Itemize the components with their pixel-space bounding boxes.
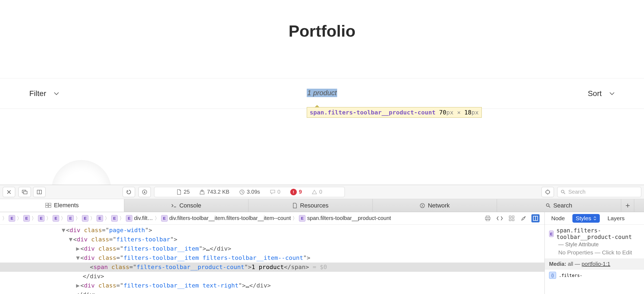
dock-side-button[interactable] <box>33 187 46 197</box>
devtools-search-input[interactable]: Search <box>557 187 641 197</box>
devtools-tabs: Elements Console Resources Network Searc… <box>0 199 644 212</box>
element-badge[interactable]: E <box>53 215 59 222</box>
disclosure-triangle-icon[interactable]: ▶ <box>75 244 80 253</box>
download-icon <box>142 190 147 194</box>
dom-node[interactable]: ▶<div class="filters-toolbar__item text-… <box>0 281 544 290</box>
document-icon <box>292 203 297 208</box>
dom-node[interactable]: </div> <box>0 290 544 294</box>
brush-button[interactable] <box>519 214 528 222</box>
element-badge[interactable]: E <box>38 215 44 222</box>
svg-point-7 <box>561 190 564 193</box>
disclosure-triangle-icon[interactable]: ▼ <box>75 253 80 263</box>
style-attribute-label: — Style Attribute <box>558 241 640 248</box>
element-badge[interactable]: E <box>161 215 168 222</box>
dock-button[interactable] <box>18 187 31 197</box>
element-badge[interactable]: E <box>111 215 118 222</box>
dom-node-selected[interactable]: <span class="filters-toolbar__product-co… <box>0 263 544 272</box>
status-size: 743.2 KB <box>199 189 229 195</box>
filter-bar: Filter 1 product span.filters-toolbar__p… <box>0 78 644 109</box>
svg-rect-17 <box>486 219 489 221</box>
css-rule[interactable]: {} .filters- <box>545 270 644 281</box>
tab-elements[interactable]: Elements <box>0 199 124 212</box>
dom-node[interactable]: </div> <box>0 272 544 281</box>
status-time: 3.09s <box>239 189 260 195</box>
svg-rect-20 <box>509 219 511 221</box>
print-button[interactable] <box>484 214 492 222</box>
close-button[interactable] <box>3 187 15 197</box>
svg-rect-18 <box>509 216 511 218</box>
tab-overflow[interactable] <box>634 199 644 212</box>
svg-point-6 <box>546 190 550 194</box>
dock-side-icon <box>37 190 42 194</box>
svg-rect-21 <box>512 219 514 221</box>
download-button[interactable] <box>138 187 151 197</box>
status-errors[interactable]: ! 9 <box>290 189 302 195</box>
element-badge[interactable]: E <box>299 215 305 222</box>
devtools-toolbar: 25 743.2 KB 3.09s 0 ! 9 0 <box>0 185 644 199</box>
crosshair-icon <box>545 189 550 195</box>
sort-button[interactable]: Sort <box>588 89 615 98</box>
status-docs: 25 <box>177 189 190 195</box>
dom-breadcrumb: 〉 E 〉 E 〉 E 〉 E 〉 E 〉 E 〉 E 〉 E 〉 E div.… <box>0 212 544 225</box>
status-warnings: 0 <box>312 189 322 195</box>
tab-console[interactable]: Console <box>124 199 248 212</box>
tab-search[interactable]: Search <box>497 199 621 212</box>
x-icon <box>7 190 11 194</box>
reload-button[interactable] <box>123 187 135 197</box>
tooltip-selector: span.filters-toolbar__product-count <box>310 109 436 116</box>
css-badge-icon: {} <box>549 272 556 279</box>
code-button[interactable] <box>496 214 504 222</box>
chevron-down-icon <box>54 92 59 95</box>
svg-rect-15 <box>486 216 489 217</box>
breadcrumb-item[interactable]: span.filters-toolbar__product-count <box>307 215 391 221</box>
dock-overlap-icon <box>22 190 27 194</box>
media-query-header: Media: all — portfolio-1:1 <box>545 259 644 270</box>
disclosure-triangle-icon[interactable]: ▼ <box>68 235 73 244</box>
element-badge[interactable]: E <box>97 215 103 222</box>
element-badge[interactable]: E <box>126 215 132 222</box>
breadcrumb-item[interactable]: div.filt… <box>134 215 153 221</box>
styles-rule-section[interactable]: E span.filters-toolbar__product-count — … <box>545 225 644 259</box>
devtools-main: 〉 E 〉 E 〉 E 〉 E 〉 E 〉 E 〉 E 〉 E 〉 E div.… <box>0 212 644 294</box>
dom-node[interactable]: ▼<div class="filters-toolbar__item filte… <box>0 253 544 263</box>
devtools-panel: 25 743.2 KB 3.09s 0 ! 9 0 <box>0 185 644 294</box>
rule-selector: span.filters-toolbar__product-count <box>556 227 640 240</box>
disclosure-triangle-icon[interactable]: ▼ <box>61 226 66 235</box>
element-badge[interactable]: E <box>67 215 74 222</box>
tab-network[interactable]: Network <box>373 199 497 212</box>
element-badge[interactable]: E <box>82 215 88 222</box>
tab-add-button[interactable] <box>621 199 634 212</box>
inspect-button[interactable] <box>541 187 554 197</box>
tab-resources[interactable]: Resources <box>248 199 373 212</box>
browser-viewport: Portfolio Filter 1 product span.filters-… <box>0 0 644 120</box>
dom-node[interactable]: ▶<div class="filters-toolbar__item">…</d… <box>0 244 544 253</box>
sort-label: Sort <box>588 89 602 98</box>
filter-label: Filter <box>29 89 46 98</box>
product-count-container: 1 product span.filters-toolbar__product-… <box>307 89 337 97</box>
dom-node[interactable]: ▼<div class="filters-toolbar"> <box>0 235 544 244</box>
page-title: Portfolio <box>0 0 644 40</box>
element-badge[interactable]: E <box>9 215 15 222</box>
tab-layers[interactable]: Layers <box>605 214 627 223</box>
chevron-down-icon <box>609 92 615 95</box>
tab-node[interactable]: Node <box>549 214 567 223</box>
svg-point-14 <box>546 204 549 206</box>
message-icon <box>270 190 275 194</box>
svg-rect-8 <box>46 203 48 205</box>
breadcrumb-item[interactable]: div.filters-toolbar__item.filters-toolba… <box>169 215 291 221</box>
network-icon <box>420 203 425 208</box>
document-icon <box>177 189 181 195</box>
stylesheet-link[interactable]: portfolio-1:1 <box>582 261 610 267</box>
disclosure-triangle-icon[interactable]: ▶ <box>75 281 80 290</box>
tab-styles[interactable]: Styles <box>572 214 600 223</box>
layout-icon <box>533 216 538 221</box>
filter-button[interactable]: Filter <box>29 89 59 98</box>
no-properties-label[interactable]: No Properties — Click to Edit <box>558 249 640 256</box>
layout-button[interactable] <box>531 214 540 222</box>
print-icon <box>485 216 491 221</box>
dom-tree[interactable]: ▼<div class="page-width"> ▼<div class="f… <box>0 225 544 294</box>
grid-button[interactable] <box>508 214 516 222</box>
status-bar: 25 743.2 KB 3.09s 0 ! 9 0 <box>154 187 345 197</box>
element-badge[interactable]: E <box>23 215 30 222</box>
dom-node[interactable]: ▼<div class="page-width"> <box>0 226 544 235</box>
